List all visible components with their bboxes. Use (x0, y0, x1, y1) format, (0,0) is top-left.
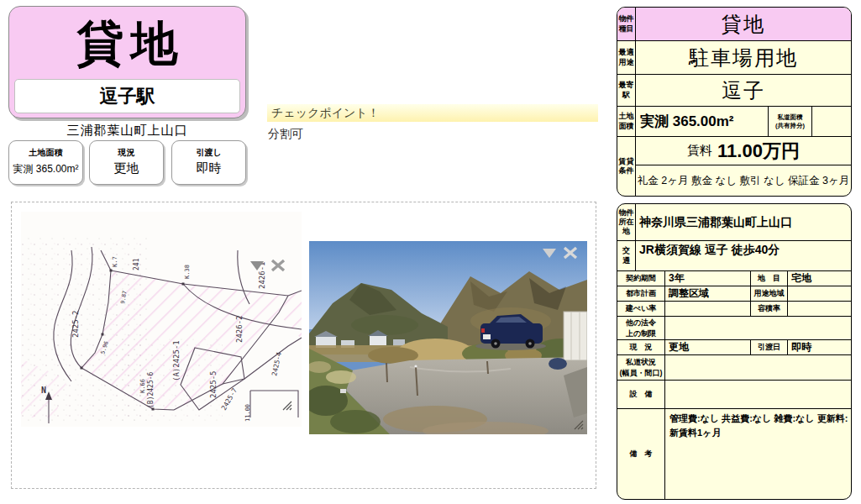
field-label-best-use: 最適用途 (617, 41, 636, 74)
field-value-property-type: 貸地 (636, 8, 851, 40)
survey-map-drawing: N 241 K.7 K.38 2426-1 2426-2 2425-2 (A)2… (21, 212, 302, 427)
field-label-current-state: 現 況 (617, 340, 665, 354)
field-label-land-area: 土地面積 (617, 107, 636, 136)
field-value-coverage-ratio (665, 302, 751, 316)
site-photo-drawing (309, 241, 587, 434)
field-label-facilities: 設 備 (617, 381, 665, 408)
field-value-city-planning: 調整区域 (665, 286, 751, 301)
field-label-private-road-status: 私道状況 (幅員・間口) (617, 355, 665, 380)
stat-label: 土地面積 (9, 147, 82, 159)
field-value-facilities (665, 381, 851, 408)
stat-box-land-area: 土地面積 実測 365.00m² (8, 140, 83, 185)
field-label-remarks: 備 考 (617, 409, 665, 499)
stat-value: 即時 (172, 160, 245, 176)
field-value-contract-period: 3年 (665, 271, 751, 286)
map-label: K.66 (139, 379, 146, 393)
image-menu-icon[interactable] (249, 259, 265, 272)
field-value-best-use: 駐車場用地 (636, 41, 851, 74)
map-label: 2425-2 (71, 310, 80, 338)
flyer-page: 貸地 逗子駅 三浦郡葉山町上山口 土地面積 実測 365.00m² 現況 更地 … (0, 0, 861, 504)
image-resize-handle[interactable] (282, 401, 292, 411)
rent-value: 11.00万円 (717, 139, 800, 164)
rent-label: 賃料 (687, 143, 712, 159)
field-label-rent-terms: 賃貸条件 (617, 137, 636, 196)
map-label: K.38 (184, 265, 191, 279)
checkpoint-note: 分割可 (268, 127, 303, 142)
image-resize-handle[interactable] (574, 420, 584, 430)
image-menu-icon[interactable] (541, 246, 558, 260)
map-label: 2426-2 (235, 315, 244, 343)
map-label: N (41, 386, 46, 395)
map-label: (B)2425-6 (147, 371, 155, 408)
field-value-private-road-status (665, 355, 851, 380)
field-label-contract-period: 契約期間 (617, 271, 665, 286)
image-panel: N 241 K.7 K.38 2426-1 2426-2 2425-2 (A)2… (11, 202, 596, 489)
field-label-handover-date: 引渡日 (751, 340, 788, 354)
map-label: (A)2425-1 (172, 340, 181, 381)
field-value-private-road-area (812, 107, 851, 136)
field-value-handover-date: 即時 (788, 340, 851, 354)
map-label: 241 (133, 258, 140, 270)
field-label-zoning: 用途地域 (751, 286, 788, 301)
stat-value: 実測 365.00m² (9, 162, 82, 176)
field-value-remarks: 管理費:なし 共益費:なし 雑費:なし 更新料:新賃料1ヶ月 (665, 409, 851, 499)
field-label-city-planning: 都市計画 (617, 286, 665, 301)
stat-value: 更地 (90, 160, 163, 176)
field-label-private-road-area: 私道面積 (共有持分) (769, 107, 812, 136)
field-value-other-restrictions (665, 317, 851, 339)
field-value-current-state: 更地 (665, 340, 751, 354)
stat-box-handover: 引渡し 即時 (171, 140, 246, 185)
field-label-floor-area-ratio: 容積率 (751, 302, 788, 316)
rent-conditions: 礼金 2ヶ月 敷金 なし 敷引 なし 保証金 3ヶ月 (636, 165, 851, 196)
survey-map-image[interactable]: N 241 K.7 K.38 2426-1 2426-2 2425-2 (A)2… (21, 212, 302, 427)
address-line: 三浦郡葉山町上山口 (8, 123, 246, 139)
station-badge: 逗子駅 (14, 79, 240, 113)
image-close-icon[interactable] (270, 258, 286, 273)
site-photo-image[interactable] (309, 241, 587, 434)
stat-box-current-state: 現況 更地 (89, 140, 164, 185)
field-value-land-area: 実測 365.00m² (636, 107, 769, 136)
field-value-zoning (788, 286, 851, 301)
property-type-banner: 貸地 逗子駅 (8, 6, 246, 118)
checkpoint-banner: チェックポイント！ (267, 104, 598, 122)
field-value-location: 神奈川県三浦郡葉山町上山口 (636, 204, 851, 240)
field-value-access: JR横須賀線 逗子 徒歩40分 (636, 241, 851, 270)
field-label-nearest-station: 最寄駅 (617, 75, 636, 106)
field-label-land-category: 地 目 (751, 271, 788, 286)
summary-table: 物件種目 貸地 最適用途 駐車場用地 最寄駅 逗子 土地面積 実測 365.00… (617, 7, 852, 197)
image-close-icon[interactable] (562, 245, 579, 260)
map-label: K.7 (112, 256, 118, 267)
stat-label: 引渡し (172, 147, 245, 159)
checkpoint-title: チェックポイント！ (271, 106, 380, 119)
field-label-other-restrictions: 他の法令 上の制限 (617, 317, 665, 339)
field-value-floor-area-ratio (788, 302, 851, 316)
map-label: 2425-5 (209, 370, 218, 398)
property-type-title: 貸地 (9, 8, 245, 79)
detail-table: 物件所在地 神奈川県三浦郡葉山町上山口 交通 JR横須賀線 逗子 徒歩40分 契… (617, 203, 852, 500)
field-label-coverage-ratio: 建ぺい率 (617, 302, 665, 316)
field-label-property-type: 物件種目 (617, 8, 636, 40)
stat-label: 現況 (90, 147, 163, 159)
field-value-nearest-station: 逗子 (636, 75, 851, 106)
field-label-location: 物件所在地 (617, 204, 636, 240)
field-value-land-category: 宅地 (788, 271, 851, 286)
field-label-access: 交通 (617, 241, 636, 270)
map-label: 11.00 (244, 404, 251, 422)
